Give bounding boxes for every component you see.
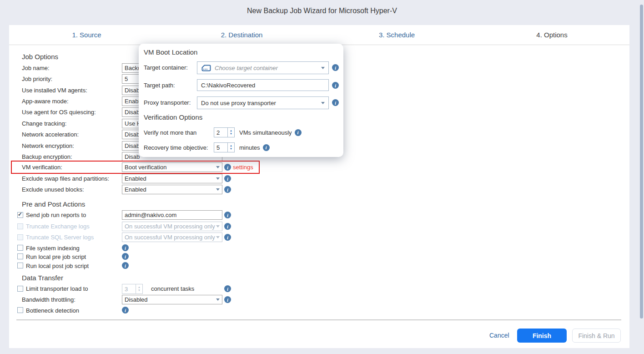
truncate-sql-select: On successful VM processing only (122, 233, 222, 242)
vm-verification-select[interactable]: Boot verification (122, 162, 222, 172)
proxy-transporter-select[interactable]: Do not use proxy transporter (197, 96, 329, 109)
vm-verification-info-icon[interactable]: i (224, 164, 231, 171)
limit-load-checkbox[interactable] (17, 286, 23, 292)
post-script-checkbox[interactable] (17, 263, 23, 268)
target-container-label: Target container: (144, 63, 188, 72)
finish-button[interactable]: Finish (517, 329, 567, 343)
proxy-transporter-label: Proxy transporter: (144, 98, 191, 107)
fs-indexing-info-icon[interactable]: i (122, 244, 129, 251)
target-path-info-icon[interactable]: i (332, 82, 339, 89)
exclude-swap-select[interactable]: Enabled (122, 174, 222, 183)
wizard-steps: 1. Source 2. Destination 3. Schedule 4. … (9, 25, 629, 45)
cancel-button[interactable]: Cancel (489, 329, 509, 343)
chevron-down-icon (321, 67, 325, 69)
post-script-label: Run local post job script (26, 261, 89, 271)
vm-agents-label: Use installed VM agents: (22, 86, 87, 95)
tab-options[interactable]: 4. Options (474, 25, 629, 45)
limit-load-label: Limit transporter load to (26, 284, 88, 293)
send-reports-label: Send job run reports to (26, 210, 86, 220)
truncate-exchange-label: Truncate Exchange logs (26, 222, 90, 231)
tab-schedule[interactable]: 3. Schedule (319, 25, 474, 45)
target-path-input[interactable]: C:\NakivoRecovered (197, 79, 329, 91)
network-acceleration-label: Network acceleration: (22, 130, 79, 139)
rto-info-icon[interactable]: i (263, 144, 270, 151)
chevron-down-icon (216, 166, 220, 168)
chevron-down-icon (216, 236, 220, 238)
fs-indexing-label: File system indexing (26, 243, 80, 253)
job-name-label: Job name: (22, 63, 50, 73)
bandwidth-info-icon[interactable]: i (224, 296, 231, 303)
truncate-exchange-info-icon[interactable]: i (224, 223, 231, 230)
target-container-select[interactable]: Choose target container (197, 61, 329, 74)
job-options-heading: Job Options (22, 53, 58, 61)
limit-load-spinner: 3 ▲▼ (122, 284, 143, 294)
bottleneck-checkbox[interactable] (17, 307, 23, 313)
exclude-unused-select[interactable]: Enabled (122, 185, 222, 194)
target-path-label: Target path: (144, 81, 175, 90)
exclude-swap-info-icon[interactable]: i (224, 175, 231, 182)
truncate-exchange-checkbox (17, 223, 23, 229)
storage-container-icon (201, 64, 211, 71)
rto-suffix: minutes i (239, 142, 270, 152)
chevron-down-icon (216, 177, 220, 180)
bandwidth-select[interactable]: Disabled (122, 295, 222, 304)
pre-script-label: Run local pre job script (26, 252, 86, 262)
footer-divider (16, 319, 621, 320)
backup-encryption-label: Backup encryption: (22, 152, 72, 162)
verify-limit-info-icon[interactable]: i (295, 129, 302, 136)
send-reports-info-icon[interactable]: i (224, 212, 231, 218)
exclude-unused-label: Exclude unused blocks: (22, 185, 84, 194)
verify-count-spinner[interactable]: 2 ▲▼ (214, 127, 235, 137)
scrollbar-thumb[interactable] (640, 5, 643, 319)
fs-indexing-checkbox[interactable] (17, 245, 23, 251)
post-script-info-icon[interactable]: i (122, 262, 129, 269)
verification-options-heading: Verification Options (144, 113, 202, 121)
pre-script-info-icon[interactable]: i (122, 253, 129, 260)
bandwidth-label: Bandwidth throttling: (22, 295, 75, 304)
bottleneck-label: Bottleneck detection (26, 306, 79, 315)
vm-verification-label: VM verification: (22, 162, 62, 172)
tab-source[interactable]: 1. Source (9, 25, 164, 45)
send-reports-checkbox[interactable] (17, 212, 23, 218)
wizard-window: New Backup Job Wizard for Microsoft Hype… (0, 0, 644, 354)
job-priority-label: Job priority: (22, 74, 52, 84)
send-reports-input[interactable]: admin@nakivo.com (122, 210, 222, 220)
finish-run-button[interactable]: Finish & Run (572, 329, 621, 343)
vm-boot-location-popup: VM Boot Location Target container: Choos… (139, 44, 343, 157)
verify-limit-suffix: VMs simultaneously i (239, 127, 302, 137)
settings-link[interactable]: settings (233, 162, 253, 172)
spinner-arrows-icon[interactable]: ▲▼ (227, 142, 235, 152)
truncate-exchange-select: On successful VM processing only (122, 222, 222, 231)
boot-location-heading: VM Boot Location (144, 48, 197, 56)
truncate-sql-checkbox (17, 234, 23, 240)
limit-load-info-icon[interactable]: i (224, 285, 231, 292)
chevron-down-icon (216, 188, 220, 191)
os-quiescing-label: Use agent for OS quiescing: (22, 107, 96, 117)
app-aware-label: App-aware mode: (22, 96, 69, 106)
page-title: New Backup Job Wizard for Microsoft Hype… (247, 7, 397, 15)
proxy-transporter-info-icon[interactable]: i (332, 99, 339, 106)
exclude-unused-info-icon[interactable]: i (224, 186, 231, 193)
truncate-sql-info-icon[interactable]: i (224, 234, 231, 241)
verify-limit-label: Verify not more than (144, 128, 196, 137)
change-tracking-label: Change tracking: (22, 119, 66, 128)
rto-label: Recovery time objective: (144, 143, 208, 152)
bottleneck-info-icon[interactable]: i (122, 307, 129, 314)
chevron-down-icon (321, 102, 325, 104)
titlebar: New Backup Job Wizard for Microsoft Hype… (0, 0, 644, 22)
truncate-sql-label: Truncate SQL Server logs (26, 233, 94, 242)
rto-spinner[interactable]: 5 ▲▼ (214, 142, 235, 152)
chevron-down-icon (216, 298, 220, 301)
network-encryption-label: Network encryption: (22, 141, 74, 151)
limit-load-suffix: concurrent tasks (151, 284, 194, 293)
tab-destination[interactable]: 2. Destination (164, 25, 319, 45)
chevron-down-icon (216, 225, 220, 228)
spinner-arrows-icon: ▲▼ (136, 284, 143, 294)
data-transfer-heading: Data Transfer (22, 274, 63, 282)
exclude-swap-label: Exclude swap files and partitions: (22, 174, 109, 183)
pre-post-heading: Pre and Post Actions (22, 200, 85, 208)
spinner-arrows-icon[interactable]: ▲▼ (227, 127, 235, 137)
pre-script-checkbox[interactable] (17, 253, 23, 259)
target-container-info-icon[interactable]: i (332, 64, 339, 71)
